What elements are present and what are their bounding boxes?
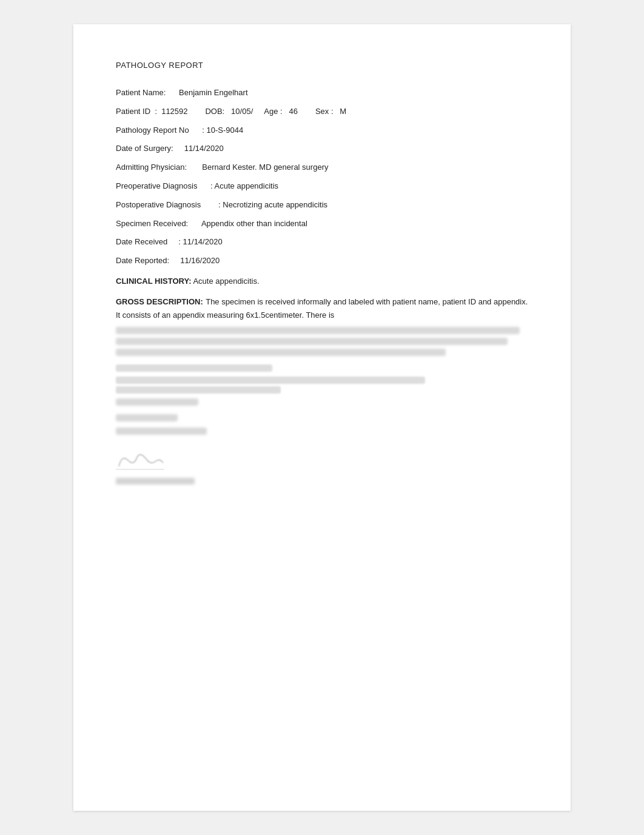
date-reported-label: Date Reported: — [116, 255, 169, 267]
admitting-physician-value: Bernard Kester. MD general surgery — [202, 161, 328, 174]
surgery-date-label: Date of Surgery: — [116, 143, 173, 155]
gross-description-title: GROSS DESCRIPTION: — [116, 297, 203, 306]
age-value: 46 — [289, 106, 298, 118]
date-received-label: Date Received — [116, 236, 167, 249]
date-reported-value: 11/16/2020 — [180, 255, 220, 267]
signature-label — [116, 478, 195, 485]
specimen-value: Appendix other than incidental — [201, 218, 307, 230]
patient-name-row: Patient Name: Benjamin Engelhart — [116, 87, 528, 99]
clinical-history-text: Acute appendicitis. — [193, 277, 259, 286]
signature-image — [116, 448, 170, 475]
blurred-short-line-2 — [116, 414, 528, 421]
surgery-date-value: 11/14/2020 — [184, 143, 224, 155]
admitting-physician-row: Admitting Physician: Bernard Kester. MD … — [116, 161, 528, 174]
report-no-label: Pathology Report No — [116, 124, 189, 137]
age-label: Age : — [264, 106, 282, 118]
blurred-section-label-1 — [116, 364, 528, 372]
clinical-history-section: CLINICAL HISTORY: Acute appendicitis. — [116, 275, 528, 288]
admitting-physician-label: Admitting Physician: — [116, 161, 187, 174]
dob-value: 10/05/ — [231, 106, 253, 118]
report-no-value: : 10-S-9044 — [202, 124, 243, 137]
dob-label: DOB: — [205, 106, 224, 118]
postop-diagnosis-label: Postoperative Diagnosis — [116, 199, 201, 212]
page-container: PATHOLOGY REPORT Patient Name: Benjamin … — [0, 0, 644, 835]
sex-value: M — [340, 106, 346, 118]
signature-area — [116, 448, 528, 485]
blurred-short-line-1 — [116, 398, 528, 406]
patient-name-value: Benjamin Engelhart — [179, 87, 247, 99]
patient-id-label: Patient ID — [116, 106, 150, 118]
date-reported-row: Date Reported: 11/16/2020 — [116, 255, 528, 267]
patient-id-row: Patient ID : 112592 DOB: 10/05/ Age : 46… — [116, 106, 528, 118]
postop-diagnosis-value: : Necrotizing acute appendicitis — [218, 199, 327, 212]
specimen-row: Specimen Received: Appendix other than i… — [116, 218, 528, 230]
gross-description-section: GROSS DESCRIPTION: The specimen is recei… — [116, 295, 528, 322]
document: PATHOLOGY REPORT Patient Name: Benjamin … — [73, 24, 571, 811]
specimen-label: Specimen Received: — [116, 218, 188, 230]
surgery-date-row: Date of Surgery: 11/14/2020 — [116, 143, 528, 155]
date-received-value: : 11/14/2020 — [178, 236, 222, 249]
signature-scribble-svg — [116, 448, 170, 475]
patient-id-value: 112592 — [161, 106, 187, 118]
clinical-history-title: CLINICAL HISTORY: — [116, 277, 191, 286]
report-no-row: Pathology Report No : 10-S-9044 — [116, 124, 528, 137]
blurred-section-label-2 — [116, 377, 528, 394]
blurred-score-line — [116, 428, 528, 435]
blurred-text-block-1 — [116, 327, 528, 356]
sex-label: Sex : — [315, 106, 334, 118]
postop-diagnosis-row: Postoperative Diagnosis : Necrotizing ac… — [116, 199, 528, 212]
report-title: PATHOLOGY REPORT — [116, 61, 528, 70]
preop-diagnosis-row: Preoperative Diagnosis : Acute appendici… — [116, 180, 528, 193]
date-received-row: Date Received : 11/14/2020 — [116, 236, 528, 249]
preop-diagnosis-label: Preoperative Diagnosis — [116, 180, 197, 193]
preop-diagnosis-value: : Acute appendicitis — [210, 180, 278, 193]
patient-name-label: Patient Name: — [116, 87, 166, 99]
